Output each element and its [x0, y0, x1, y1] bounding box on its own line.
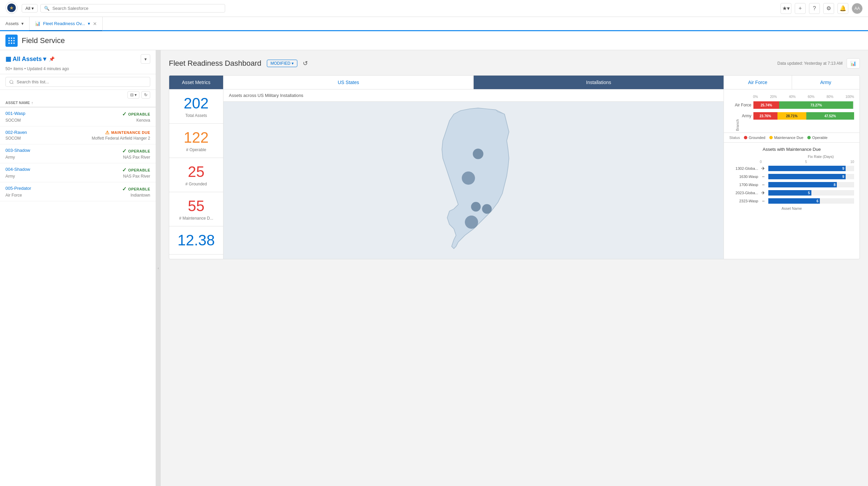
- dash-icon-5: −: [760, 198, 766, 204]
- notifications-button[interactable]: 🔔: [837, 3, 848, 14]
- svg-rect-6: [8, 40, 10, 41]
- avatar[interactable]: AA: [852, 3, 863, 14]
- add-button[interactable]: ＋: [795, 3, 806, 14]
- tab-assets-label: Assets: [5, 21, 19, 26]
- fix-bar-wrap-1: 9: [768, 166, 854, 171]
- map-dot-4[interactable]: [482, 204, 492, 214]
- tab-asset-metrics[interactable]: Asset Metrics: [169, 76, 223, 89]
- asset-name[interactable]: 002-Raven: [5, 130, 78, 135]
- metric-value-maintenance: 55: [175, 198, 218, 215]
- app-name: Field Service: [22, 36, 65, 45]
- dashboard-title: Fleet Readiness Dashboard: [169, 59, 261, 68]
- metric-maintenance: 55 # Maintenance D...: [169, 192, 223, 226]
- fix-rate-axis-label: Fix Rate (Days): [729, 155, 854, 159]
- fix-bar-val-5: 6: [816, 199, 818, 203]
- svg-text:★: ★: [9, 6, 14, 11]
- dash-icon-2: −: [760, 174, 766, 179]
- grid-icon: ⊟: [130, 93, 134, 97]
- refresh-icon: ↻: [144, 93, 147, 97]
- metric-operable: 122 # Operable: [169, 124, 223, 158]
- all-dropdown[interactable]: All ▾: [22, 4, 38, 13]
- status-badge: ✓ OPERABLE: [122, 186, 150, 192]
- tab-us-states[interactable]: US States: [223, 76, 474, 89]
- asset-location: Kenova: [78, 118, 151, 123]
- list-item[interactable]: 002-Raven ⚠ MAINTENANCE DUE SOCOM Moffet…: [0, 126, 156, 144]
- branch-row-army: Army 23.76%28.71%47.52%: [729, 112, 854, 120]
- list-icon: ▦: [5, 55, 11, 63]
- favorites-button[interactable]: ★ ▾: [781, 3, 791, 14]
- fix-bar-3: 8: [768, 182, 837, 187]
- search-input[interactable]: [52, 6, 221, 11]
- map-area: Assets across US Military Installations: [223, 89, 724, 259]
- list-item[interactable]: 001-Wasp ✓ OPERABLE SOCOM Kenova: [0, 107, 156, 126]
- metric-label-grounded: # Grounded: [175, 182, 218, 186]
- tab-fleet[interactable]: 📊 Fleet Readiness Ov... ▾ ✕: [29, 17, 103, 31]
- chevron-left-icon: ‹: [158, 266, 159, 270]
- dropdown-arrow-icon: ▾: [32, 6, 34, 11]
- asset-name[interactable]: 005-Predator: [5, 186, 78, 192]
- chart-view-button[interactable]: 📊: [847, 58, 860, 68]
- tab-installations[interactable]: Installations: [474, 76, 724, 89]
- help-button[interactable]: ?: [809, 3, 820, 14]
- fix-rate-header: 0 5 10: [729, 160, 854, 164]
- list-view-toggle[interactable]: ⊟ ▾: [127, 91, 139, 99]
- sort-icon[interactable]: ↑: [31, 101, 33, 105]
- asset-name[interactable]: 001-Wasp: [5, 111, 78, 117]
- fix-row-4: 2023-Globa... ✈ 5: [729, 190, 854, 196]
- asset-name[interactable]: 004-Shadow: [5, 167, 78, 173]
- metric-value-grounded: 25: [175, 163, 218, 180]
- svg-rect-9: [8, 42, 10, 44]
- tab-fleet-dropdown-icon[interactable]: ▾: [88, 21, 90, 26]
- metric-misc: 12.38: [169, 226, 223, 255]
- bell-icon: 🔔: [840, 5, 846, 12]
- col-header: ASSET NAME ↑: [0, 99, 156, 107]
- refresh-button[interactable]: ↻: [141, 91, 150, 99]
- list-header: ▦ All Assets ▾ 📌 ▾ 50+ items • Updated 4…: [0, 50, 156, 74]
- map-dot-3[interactable]: [471, 202, 481, 212]
- search-icon: 🔍: [44, 6, 50, 11]
- list-item[interactable]: 003-Shadow ✓ OPERABLE Army NAS Pax River: [0, 144, 156, 163]
- status-badge: ⚠ MAINTENANCE DUE: [105, 130, 150, 135]
- svg-rect-10: [11, 42, 12, 44]
- list-item[interactable]: 004-Shadow ✓ OPERABLE Army NAS Pax River: [0, 163, 156, 182]
- branch-y-axis-label: Branch: [735, 118, 739, 132]
- list-search-input[interactable]: [5, 77, 150, 87]
- tab-air-force[interactable]: Air Force: [724, 76, 792, 89]
- right-content: Fleet Readiness Dashboard MODIFIED ▾ ↺ D…: [161, 50, 868, 486]
- tab-fleet-close[interactable]: ✕: [93, 21, 97, 26]
- status-legend: Status Grounded Maintenance Due Operable: [724, 133, 860, 143]
- metric-grounded: 25 # Grounded: [169, 158, 223, 192]
- status-badge: ✓ OPERABLE: [122, 111, 150, 117]
- tab-assets[interactable]: Assets ▾: [0, 17, 29, 30]
- collapse-handle[interactable]: ‹: [156, 50, 161, 486]
- search-box[interactable]: 🔍: [40, 4, 225, 13]
- asset-location: Indiantown: [78, 193, 151, 198]
- asset-name[interactable]: 003-Shadow: [5, 148, 78, 154]
- nav-icons: ★ ▾ ＋ ? ⚙ 🔔 AA: [781, 3, 863, 14]
- undo-icon[interactable]: ↺: [303, 60, 308, 67]
- app-logo-icon: [5, 35, 18, 47]
- tab-army[interactable]: Army: [792, 76, 860, 89]
- plus-icon: ＋: [797, 5, 803, 12]
- favorites-dropdown-icon: ▾: [787, 5, 790, 12]
- fix-bar-wrap-4: 5: [768, 190, 854, 196]
- map-dot-5[interactable]: [465, 216, 478, 229]
- metric-value-total: 202: [175, 95, 218, 112]
- branch-label-army: Army: [729, 114, 751, 118]
- modified-badge[interactable]: MODIFIED ▾: [267, 60, 298, 67]
- search-area: All ▾ 🔍: [22, 4, 225, 13]
- fix-bar-1: 9: [768, 166, 846, 171]
- airforce-grounded-segment: 25.74%: [753, 101, 779, 109]
- dropdown-btn[interactable]: ▾: [141, 54, 150, 64]
- tab-assets-dropdown-icon[interactable]: ▾: [21, 21, 24, 26]
- fix-asset-5: 2323-Wasp: [729, 199, 758, 203]
- left-panel: ▦ All Assets ▾ 📌 ▾ 50+ items • Updated 4…: [0, 50, 156, 486]
- list-title[interactable]: ▦ All Assets ▾: [5, 55, 46, 63]
- metric-value-misc: 12.38: [175, 232, 218, 249]
- map-dot-1[interactable]: [473, 148, 483, 159]
- settings-button[interactable]: ⚙: [823, 3, 834, 14]
- map-dot-2[interactable]: [461, 171, 475, 185]
- list-item[interactable]: 005-Predator ✓ OPERABLE Air Force Indian…: [0, 182, 156, 201]
- pin-icon[interactable]: 📌: [49, 56, 55, 62]
- list-title-dropdown[interactable]: ▾: [43, 55, 46, 63]
